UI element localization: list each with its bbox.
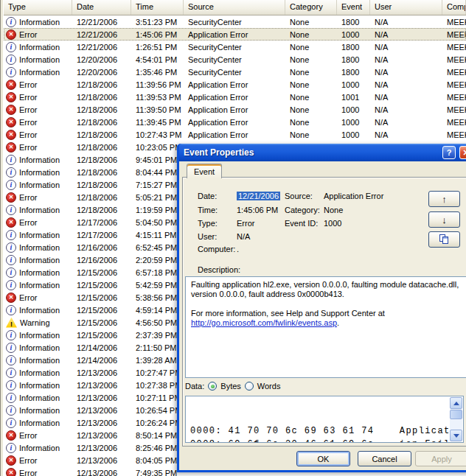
event-type-label: Information <box>19 256 60 265</box>
column-header-event[interactable]: Event <box>337 0 370 15</box>
cell-type: iInformation <box>4 230 72 240</box>
table-row[interactable]: ✕Error12/18/200611:39:50 PMApplication E… <box>4 103 466 116</box>
cell-category: None <box>285 18 337 27</box>
scroll-thumb[interactable] <box>450 410 462 419</box>
table-row[interactable]: ✕Error12/21/20061:45:06 PMApplication Er… <box>4 28 466 41</box>
description-label: Description: <box>198 265 240 274</box>
information-icon: i <box>6 55 16 65</box>
copy-button[interactable] <box>428 231 460 248</box>
event-type-label: Information <box>19 268 60 277</box>
cell-source: SecurityCenter <box>184 55 285 64</box>
help-button[interactable]: ? <box>442 146 456 159</box>
computer-label: Computer: <box>198 245 235 253</box>
information-icon: i <box>6 443 16 453</box>
bytes-radio-label[interactable]: Bytes <box>220 382 241 391</box>
cell-date: 12/14/2006 <box>72 356 131 365</box>
words-radio[interactable] <box>245 382 254 391</box>
cell-user: N/A <box>370 18 442 27</box>
cell-source: SecurityCenter <box>184 43 285 52</box>
cell-type: ✕Error <box>4 217 72 228</box>
cell-time: 3:51:23 PM <box>131 18 184 27</box>
event-type-label: Information <box>19 419 60 427</box>
event-type-label: Information <box>19 181 60 189</box>
cancel-button[interactable]: Cancel <box>358 451 411 466</box>
cell-time: 9:45:01 PM <box>131 155 184 164</box>
cell-date: 12/21/2006 <box>72 43 131 52</box>
cell-type: iInformation <box>4 380 72 391</box>
event-type-label: Error <box>19 80 37 89</box>
cell-date: 12/20/2006 <box>72 68 131 77</box>
table-row[interactable]: ✕Error12/18/200611:39:56 PMApplication E… <box>4 78 466 91</box>
warning-icon: ! <box>6 318 17 328</box>
time-value: 1:45:06 PM <box>237 206 278 214</box>
cell-date: 12/18/2006 <box>72 168 131 177</box>
cell-category: None <box>285 68 337 77</box>
event-id-label: Event ID: <box>285 219 318 228</box>
cell-time: 10:27:11 PM <box>131 393 184 402</box>
column-header-time[interactable]: Time <box>131 0 184 15</box>
error-icon: ✕ <box>6 217 16 228</box>
data-scrollbar[interactable] <box>450 397 462 441</box>
scroll-down-button[interactable] <box>450 430 462 441</box>
cell-type: ✕Error <box>4 92 72 102</box>
cell-time: 8:04:44 PM <box>131 168 184 177</box>
close-button[interactable]: ✕ <box>459 146 466 159</box>
table-row[interactable]: ✕Error12/18/200611:39:45 PMApplication E… <box>4 116 466 128</box>
cell-date: 12/13/2006 <box>72 419 131 427</box>
event-type-label: Information <box>19 155 60 164</box>
error-icon: ✕ <box>6 142 16 153</box>
table-row[interactable]: iInformation12/21/20061:26:51 PMSecurity… <box>4 41 466 53</box>
cell-time: 10:27:38 PM <box>131 381 184 390</box>
table-row[interactable]: ✕Error12/18/200610:27:43 PMApplication E… <box>4 128 466 141</box>
next-event-button[interactable]: ↓ <box>428 211 460 228</box>
cell-type: ✕Error <box>4 142 72 153</box>
cell-time: 8:50:14 PM <box>131 431 184 440</box>
tab-event[interactable]: Event <box>187 164 222 178</box>
cell-type: iInformation <box>4 17 72 27</box>
column-header-type[interactable]: Type <box>4 0 72 15</box>
information-icon: i <box>6 17 16 27</box>
scroll-up-button[interactable] <box>450 397 462 409</box>
column-header-user[interactable]: User <box>370 0 442 15</box>
event-type-label: Information <box>19 343 60 352</box>
previous-event-button[interactable]: ↑ <box>428 191 460 207</box>
cell-date: 12/15/2006 <box>72 293 131 302</box>
cell-computer: MEEK <box>442 93 466 102</box>
hex-line: 0008: 69 6f 6e 20 46 61 69 6c ion Fail <box>190 438 463 443</box>
column-header-date[interactable]: Date <box>72 0 131 15</box>
cell-time: 11:39:53 PM <box>131 93 184 102</box>
table-row[interactable]: iInformation12/20/20061:35:46 PMSecurity… <box>4 66 466 78</box>
cell-event: 1001 <box>337 93 370 102</box>
category-value: None <box>324 206 343 214</box>
copy-icon <box>439 234 450 245</box>
information-icon: i <box>6 418 16 428</box>
cell-type: ✕Error <box>4 29 72 40</box>
column-header-source[interactable]: Source <box>184 0 285 15</box>
table-row[interactable]: ✕Error12/18/200611:39:53 PMApplication E… <box>4 91 466 103</box>
dialog-titlebar[interactable]: Event Properties ? ✕ <box>179 144 466 161</box>
cell-date: 12/13/2006 <box>72 444 131 452</box>
event-type-label: Information <box>19 55 60 64</box>
cell-time: 10:27:43 PM <box>131 130 184 139</box>
cell-date: 12/20/2006 <box>72 55 131 64</box>
cell-source: Application Error <box>184 105 285 114</box>
ok-button[interactable]: OK <box>296 451 350 466</box>
date-value[interactable]: 12/21/2006 <box>237 192 280 200</box>
information-icon: i <box>6 155 16 165</box>
table-row[interactable]: iInformation12/20/20064:54:01 PMSecurity… <box>4 53 466 66</box>
cell-date: 12/15/2006 <box>72 331 131 340</box>
bytes-radio[interactable] <box>208 382 217 391</box>
column-header-comp[interactable]: Comp <box>442 0 466 15</box>
cell-date: 12/15/2006 <box>72 306 131 315</box>
event-type-label: Information <box>19 231 60 239</box>
cell-time: 7:49:35 PM <box>131 469 184 476</box>
source-label: Source: <box>285 192 313 200</box>
events-link[interactable]: http://go.microsoft.com/fwlink/events.as… <box>191 318 337 327</box>
category-label: Category: <box>285 206 320 214</box>
event-type-label: Error <box>19 130 37 139</box>
words-radio-label[interactable]: Words <box>257 382 281 391</box>
table-row[interactable]: iInformation12/21/20063:51:23 PMSecurity… <box>4 15 466 28</box>
cell-user: N/A <box>370 118 442 127</box>
column-header-category[interactable]: Category <box>285 0 337 15</box>
event-type-label: Information <box>19 444 60 452</box>
